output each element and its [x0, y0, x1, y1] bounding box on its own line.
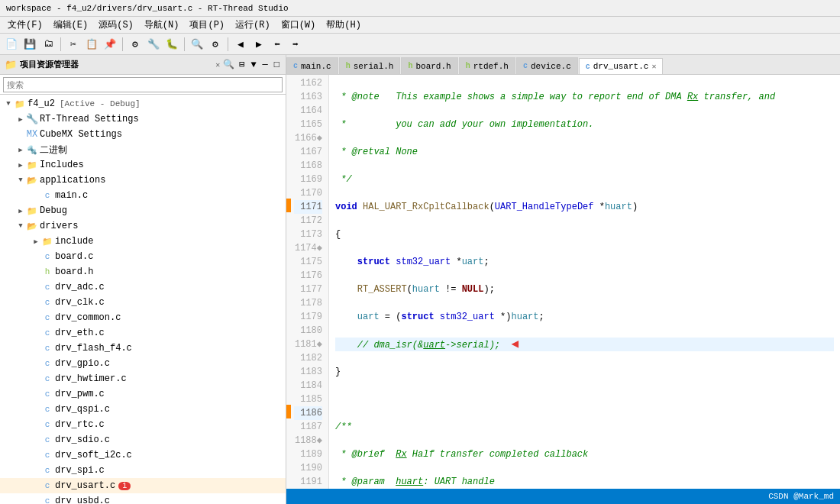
- tab-drv-usart-c[interactable]: c drv_usart.c ✕: [579, 58, 664, 75]
- toolbar-build[interactable]: ⚙: [127, 36, 144, 53]
- tree-drv-hwtimer-label: drv_hwtimer.c: [55, 373, 127, 384]
- sidebar-min-btn[interactable]: —: [261, 60, 270, 70]
- tree-drv-spi-icon: c: [41, 466, 53, 475]
- tree-include[interactable]: ▶ 📁 include: [0, 234, 286, 249]
- toolbar-cut[interactable]: ✂: [65, 36, 82, 53]
- tree-main-c[interactable]: c main.c: [0, 188, 286, 203]
- menu-help[interactable]: 帮助(H): [321, 17, 366, 33]
- tree-drv-flash[interactable]: c drv_flash_f4.c: [0, 341, 286, 356]
- toolbar-clean[interactable]: 🔧: [145, 36, 162, 53]
- tree-rtthread-arrow: ▶: [15, 115, 26, 124]
- tree-debug[interactable]: ▶ 📁 Debug: [0, 203, 286, 218]
- search-input[interactable]: [3, 77, 283, 92]
- tree-debug-icon: 📁: [26, 206, 38, 216]
- tree-drv-common[interactable]: c drv_common.c: [0, 310, 286, 325]
- toolbar-search[interactable]: 🔍: [189, 36, 205, 53]
- tree-cubemx-icon: MX: [26, 129, 38, 140]
- toolbar-debug[interactable]: 🐛: [163, 36, 180, 53]
- tree-root[interactable]: ▼ 📁 f4_u2 [Active - Debug]: [0, 96, 286, 111]
- tree-drv-adc-label: drv_adc.c: [55, 282, 105, 292]
- tree-board-h-icon: h: [41, 267, 53, 276]
- tree-drv-sdio[interactable]: c drv_sdio.c: [0, 432, 286, 447]
- toolbar-back[interactable]: ◀: [232, 36, 249, 53]
- tree-binary[interactable]: ▶ 🔩 二进制: [0, 142, 286, 157]
- toolbar-sep-3: [184, 37, 185, 51]
- tree-drv-rtc-label: drv_rtc.c: [55, 419, 105, 430]
- sidebar-header: 📁 项目资源管理器 ✕ 🔍 ⊟ ▼ — □: [0, 55, 286, 75]
- tab-device-c-label: device.c: [531, 62, 571, 71]
- tree-drv-qspi[interactable]: c drv_qspi.c: [0, 402, 286, 417]
- toolbar-save[interactable]: 💾: [21, 36, 38, 53]
- tree-cubemx[interactable]: MX CubeMX Settings: [0, 127, 286, 142]
- ln-1173: 1173: [294, 228, 322, 241]
- sidebar-collapse-btn[interactable]: ⊟: [237, 59, 246, 70]
- tab-rtdef-h-label: rtdef.h: [473, 62, 509, 71]
- tree-applications[interactable]: ▼ 📂 applications: [0, 173, 286, 188]
- tree-drv-hwtimer[interactable]: c drv_hwtimer.c: [0, 371, 286, 386]
- tree-drv-clk[interactable]: c drv_clk.c: [0, 295, 286, 310]
- sidebar-search-icon[interactable]: 🔍: [223, 59, 234, 70]
- tree-applications-icon: 📂: [26, 176, 38, 186]
- sidebar-max-btn[interactable]: □: [273, 60, 281, 70]
- tree-board-c[interactable]: c board.c: [0, 249, 286, 264]
- tree-drv-eth-icon: c: [41, 328, 53, 338]
- tree-include-icon: 📁: [41, 237, 53, 247]
- ln-1185: 1185: [294, 393, 322, 406]
- tab-main-c-icon: c: [293, 62, 298, 70]
- toolbar-forward[interactable]: ▶: [250, 36, 267, 53]
- tree-drv-adc[interactable]: c drv_adc.c: [0, 279, 286, 295]
- ln-1169: 1169: [294, 173, 322, 186]
- tree-drivers-label: drivers: [40, 221, 78, 231]
- menu-edit[interactable]: 编辑(E): [49, 17, 93, 33]
- tree-drv-usbd-icon: c: [41, 496, 53, 504]
- tree-drv-usbd[interactable]: c drv_usbd.c: [0, 493, 286, 504]
- toolbar-new[interactable]: 📄: [3, 36, 20, 53]
- code-1164: * @retval None: [335, 145, 834, 159]
- tree-drv-gpio[interactable]: c drv_gpio.c: [0, 356, 286, 371]
- tree-drv-gpio-icon: c: [41, 359, 53, 368]
- tab-rtdef-h[interactable]: h rtdef.h: [459, 57, 515, 74]
- tree-rtthread[interactable]: ▶ 🔧 RT-Thread Settings: [0, 111, 286, 127]
- toolbar-nav-back[interactable]: ⬅: [269, 36, 286, 53]
- tab-drv-usart-close[interactable]: ✕: [651, 62, 656, 71]
- tree-root-badge: [Active - Debug]: [60, 99, 141, 108]
- menu-window[interactable]: 窗口(W): [276, 17, 321, 33]
- menu-run[interactable]: 运行(R): [231, 17, 275, 33]
- tree-drv-usart[interactable]: c drv_usart.c 1: [0, 478, 286, 493]
- tree-debug-arrow: ▶: [15, 207, 26, 215]
- tab-board-h[interactable]: h board.h: [401, 57, 457, 74]
- tree-include-arrow: ▶: [31, 237, 41, 246]
- tab-main-c[interactable]: c main.c: [286, 57, 338, 74]
- menu-file[interactable]: 文件(F): [3, 17, 47, 33]
- tree-includes[interactable]: ▶ 📁 Includes: [0, 157, 286, 173]
- tree-drv-pwm[interactable]: c drv_pwm.c: [0, 386, 286, 402]
- tree-board-c-label: board.c: [55, 251, 93, 262]
- toolbar-paste[interactable]: 📌: [102, 36, 118, 53]
- tree-drivers[interactable]: ▼ 📂 drivers: [0, 218, 286, 234]
- code-1168: struct stm32_uart *uart;: [335, 255, 834, 269]
- tab-board-h-label: board.h: [415, 62, 451, 71]
- tree-board-h[interactable]: h board.h: [0, 264, 286, 279]
- menu-nav[interactable]: 导航(N): [140, 17, 184, 33]
- tab-device-c[interactable]: c device.c: [516, 57, 578, 74]
- tree-binary-icon: 🔩: [26, 145, 38, 155]
- ln-1162: 1162: [294, 76, 322, 90]
- tree-drv-rtc[interactable]: c drv_rtc.c: [0, 417, 286, 432]
- menu-project[interactable]: 项目(P): [185, 17, 229, 33]
- toolbar-nav-fwd[interactable]: ➡: [287, 36, 304, 53]
- tab-serial-h[interactable]: h serial.h: [339, 57, 401, 74]
- tree-root-label: f4_u2: [27, 99, 55, 109]
- code-1169: RT_ASSERT(huart != NULL);: [335, 283, 834, 296]
- main-layout: 📁 项目资源管理器 ✕ 🔍 ⊟ ▼ — □ ▼ 📁 f4_u2 [Active …: [0, 55, 840, 504]
- toolbar-copy[interactable]: 📋: [83, 36, 100, 53]
- toolbar-settings[interactable]: ⚙: [207, 36, 224, 53]
- sidebar-menu-btn[interactable]: ▼: [249, 60, 257, 70]
- toolbar-save-all[interactable]: 🗂: [40, 36, 57, 53]
- tree-drv-i2c[interactable]: c drv_soft_i2c.c: [0, 447, 286, 463]
- code-content[interactable]: * @note This example shows a simple way …: [329, 75, 840, 489]
- tree-drv-eth[interactable]: c drv_eth.c: [0, 325, 286, 341]
- menu-source[interactable]: 源码(S): [94, 17, 138, 33]
- code-area[interactable]: 1162 1163 1164 1165 1166◆ 1167 1168 1169…: [286, 75, 840, 489]
- tree-drv-spi[interactable]: c drv_spi.c: [0, 463, 286, 478]
- tree-drv-rtc-icon: c: [41, 420, 53, 429]
